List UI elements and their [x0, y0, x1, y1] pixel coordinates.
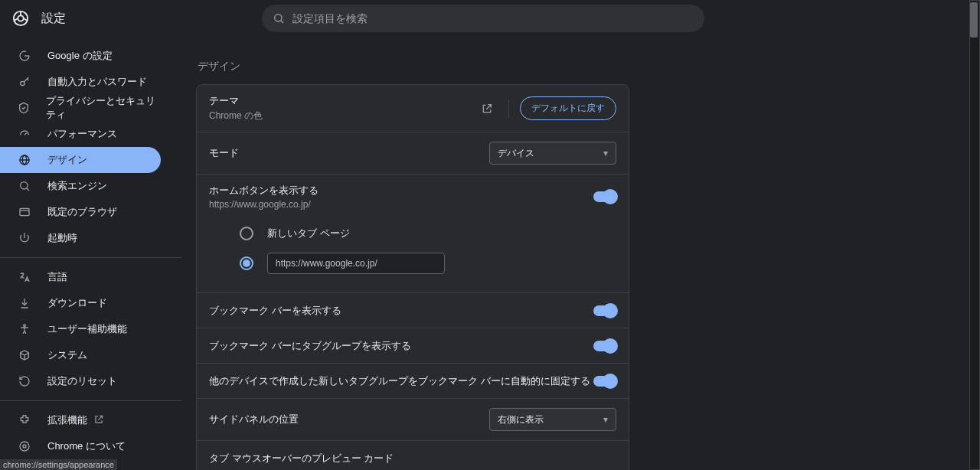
page-title: 設定 — [41, 11, 66, 27]
reset-theme-button[interactable]: デフォルトに戻す — [520, 96, 616, 120]
system-icon — [17, 348, 32, 363]
section-title: デザイン — [198, 60, 629, 73]
sidebar-label: 設定のリセット — [47, 374, 117, 388]
sidebar-item-default-browser[interactable]: 既定のブラウザ — [0, 199, 161, 225]
scrollbar-track[interactable] — [969, 0, 980, 470]
google-icon — [17, 48, 32, 64]
bookmarkbar-toggle[interactable] — [593, 305, 616, 316]
row-home: ホームボタンを表示する https://www.google.co.jp/ 新し… — [197, 175, 629, 293]
sidebar-item-appearance[interactable]: デザイン — [0, 147, 161, 173]
sidebar-item-extensions[interactable]: 拡張機能 — [0, 407, 161, 433]
mode-select[interactable]: デバイス ▾ — [489, 142, 616, 165]
open-external-icon — [93, 414, 104, 427]
search-bar[interactable] — [262, 5, 704, 32]
sidebar-label: 既定のブラウザ — [47, 205, 117, 219]
divider — [0, 257, 182, 258]
sidepanel-value: 右側に表示 — [498, 413, 544, 426]
extension-icon — [17, 413, 32, 428]
autopin-toggle[interactable] — [593, 376, 616, 387]
chrome-logo-icon — [12, 10, 29, 27]
sidebar-label: システム — [47, 348, 87, 362]
svg-point-8 — [20, 442, 29, 451]
sidebar-label: ユーザー補助機能 — [47, 322, 127, 336]
sidebar-label: Chrome について — [47, 439, 126, 453]
sidebar: Google の設定 自動入力とパスワード プライバシーとセキュリティ パフォー… — [0, 37, 196, 470]
sidebar-item-system[interactable]: システム — [0, 342, 161, 368]
sidebar-label: Google の設定 — [47, 49, 113, 63]
sidepanel-label: サイドパネルの位置 — [209, 413, 489, 426]
sidebar-item-accessibility[interactable]: ユーザー補助機能 — [0, 316, 161, 342]
row-mode: モード デバイス ▾ — [197, 132, 629, 175]
sidebar-label: 起動時 — [47, 231, 77, 245]
sidebar-label: 拡張機能 — [47, 413, 87, 427]
download-icon — [17, 295, 32, 311]
row-theme: テーマ Chrome の色 デフォルトに戻す — [197, 85, 629, 132]
sidebar-item-privacy[interactable]: プライバシーとセキュリティ — [0, 95, 161, 121]
radio-custom[interactable] — [240, 256, 253, 270]
tabgroups-toggle[interactable] — [593, 341, 616, 351]
sidebar-item-performance[interactable]: パフォーマンス — [0, 121, 161, 147]
sidebar-label: 検索エンジン — [47, 179, 107, 193]
tabgroups-label: ブックマーク バーにタブグループを表示する — [209, 339, 593, 353]
radio-custom-row[interactable] — [209, 246, 616, 280]
sidebar-label: プライバシーとセキュリティ — [46, 94, 161, 122]
sidebar-item-languages[interactable]: 言語 — [0, 264, 161, 290]
svg-rect-6 — [20, 208, 29, 215]
divider — [0, 400, 182, 401]
sidebar-label: 言語 — [47, 270, 67, 284]
sidebar-item-reset[interactable]: 設定のリセット — [0, 368, 161, 394]
divider — [508, 100, 509, 118]
search-nav-icon — [17, 178, 32, 194]
row-tabgroups: ブックマーク バーにタブグループを表示する — [197, 328, 629, 364]
chrome-icon — [17, 439, 32, 454]
sidebar-item-google[interactable]: Google の設定 — [0, 43, 161, 69]
open-theme-icon[interactable] — [476, 98, 498, 119]
mode-value: デバイス — [498, 147, 534, 160]
sidebar-item-downloads[interactable]: ダウンロード — [0, 290, 161, 316]
translate-icon — [17, 269, 32, 285]
svg-point-1 — [18, 15, 23, 21]
caret-down-icon: ▾ — [603, 148, 608, 158]
sidebar-label: ダウンロード — [47, 296, 107, 310]
palette-icon — [17, 152, 32, 168]
speed-icon — [17, 126, 32, 142]
home-url-input[interactable] — [267, 253, 445, 274]
reset-icon — [17, 374, 32, 389]
content: デザイン テーマ Chrome の色 デフォルトに戻す モード — [196, 37, 980, 470]
radio-newtab-label: 新しいタブ ページ — [267, 227, 350, 240]
settings-card: テーマ Chrome の色 デフォルトに戻す モード デバイス ▾ — [196, 84, 629, 470]
svg-point-2 — [275, 15, 282, 21]
sidepanel-select[interactable]: 右側に表示 ▾ — [489, 408, 616, 431]
browser-icon — [17, 204, 32, 220]
mode-label: モード — [209, 146, 489, 160]
sidebar-item-startup[interactable]: 起動時 — [0, 225, 161, 251]
key-icon — [17, 74, 32, 90]
scrollbar-thumb[interactable] — [970, 2, 978, 38]
sidebar-item-autofill[interactable]: 自動入力とパスワード — [0, 69, 161, 95]
svg-point-9 — [23, 445, 26, 448]
svg-point-7 — [24, 325, 26, 327]
search-input[interactable] — [292, 12, 694, 24]
sidebar-item-search-engine[interactable]: 検索エンジン — [0, 173, 161, 199]
home-label: ホームボタンを表示する — [209, 184, 593, 197]
sidebar-label: 自動入力とパスワード — [47, 75, 147, 89]
caret-down-icon: ▾ — [603, 414, 608, 425]
home-sub: https://www.google.co.jp/ — [209, 199, 593, 210]
radio-newtab[interactable] — [240, 227, 253, 240]
sidebar-label: パフォーマンス — [47, 127, 117, 141]
bookmarkbar-label: ブックマーク バーを表示する — [209, 304, 593, 318]
row-bookmarkbar: ブックマーク バーを表示する — [197, 293, 629, 328]
row-autopin: 他のデバイスで作成した新しいタブグループをブックマーク バーに自動的に固定する — [197, 364, 629, 399]
sidebar-label: デザイン — [47, 153, 87, 167]
svg-point-3 — [21, 81, 24, 85]
status-bar: chrome://settings/appearance — [0, 459, 117, 470]
shield-icon — [17, 100, 31, 116]
hovercards-title: タブ マウスオーバーのプレビュー カード — [197, 441, 629, 470]
search-icon — [273, 12, 285, 24]
sidebar-item-about[interactable]: Chrome について — [0, 433, 161, 459]
radio-newtab-row[interactable]: 新しいタブ ページ — [209, 220, 616, 246]
row-sidepanel: サイドパネルの位置 右側に表示 ▾ — [197, 399, 629, 441]
autopin-label: 他のデバイスで作成した新しいタブグループをブックマーク バーに自動的に固定する — [209, 374, 593, 388]
home-toggle[interactable] — [593, 191, 616, 202]
svg-point-5 — [21, 182, 28, 189]
